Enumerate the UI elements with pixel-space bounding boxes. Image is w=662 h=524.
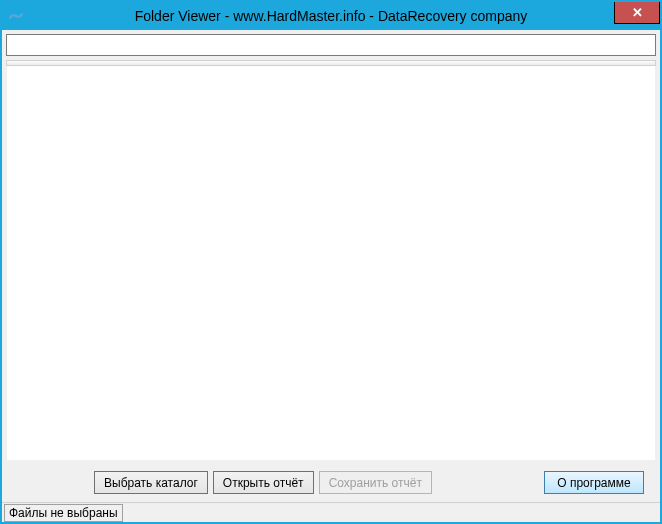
close-icon: ✕ (632, 6, 643, 19)
window-title: Folder Viewer - www.HardMaster.info - Da… (2, 8, 660, 24)
status-text: Файлы не выбраны (4, 504, 123, 522)
select-folder-button[interactable]: Выбрать каталог (94, 471, 208, 494)
statusbar: Файлы не выбраны (2, 502, 660, 522)
save-report-button: Сохранить отчёт (319, 471, 432, 494)
client-area: Выбрать каталог Открыть отчёт Сохранить … (2, 30, 660, 502)
path-input[interactable] (6, 34, 656, 56)
open-report-button[interactable]: Открыть отчёт (213, 471, 314, 494)
button-row: Выбрать каталог Открыть отчёт Сохранить … (6, 467, 656, 498)
titlebar: Folder Viewer - www.HardMaster.info - Da… (2, 2, 660, 30)
app-window: Folder Viewer - www.HardMaster.info - Da… (0, 0, 662, 524)
app-icon (8, 8, 24, 24)
about-button[interactable]: О программе (544, 471, 644, 494)
file-list[interactable] (6, 66, 656, 461)
close-button[interactable]: ✕ (614, 2, 660, 24)
